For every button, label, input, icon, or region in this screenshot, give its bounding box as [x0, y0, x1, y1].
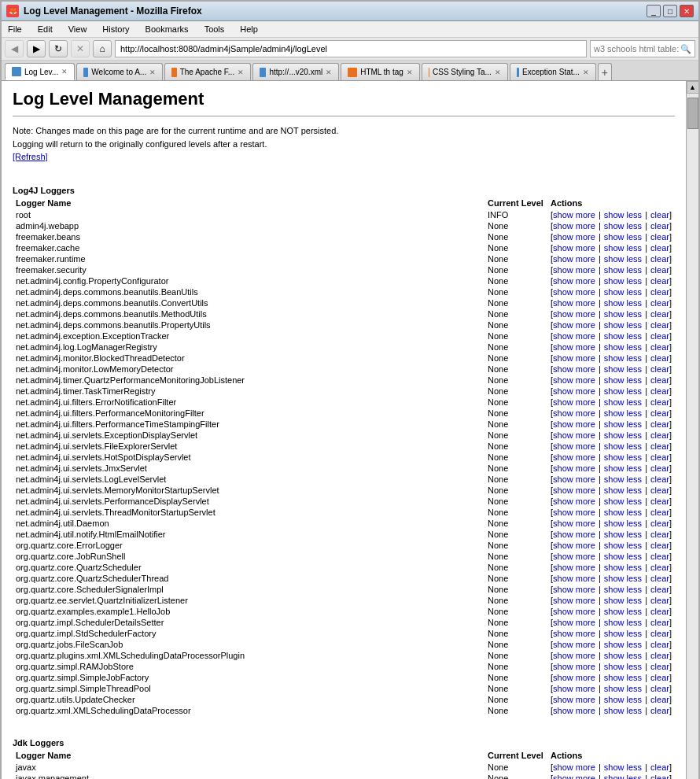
address-bar[interactable] [115, 40, 587, 57]
jdk-clear-link[interactable]: clear [650, 773, 669, 780]
show-less-link[interactable]: show less [604, 474, 642, 484]
home-button[interactable]: ⌂ [93, 40, 112, 57]
tab-3[interactable]: http://...v20.xml ✕ [252, 63, 339, 80]
show-less-link[interactable]: show less [604, 408, 642, 418]
show-more-link[interactable]: show more [553, 695, 595, 704]
show-less-link[interactable]: show less [604, 651, 642, 660]
show-more-link[interactable]: show more [553, 463, 595, 473]
show-less-link[interactable]: show less [604, 265, 642, 275]
show-more-link[interactable]: show more [553, 640, 595, 649]
clear-link[interactable]: clear [650, 276, 669, 286]
show-less-link[interactable]: show less [604, 243, 642, 253]
clear-link[interactable]: clear [650, 662, 669, 671]
forward-button[interactable]: ▶ [27, 40, 46, 57]
show-more-link[interactable]: show more [553, 497, 595, 506]
show-less-link[interactable]: show less [604, 662, 642, 671]
show-more-link[interactable]: show more [553, 541, 595, 550]
clear-link[interactable]: clear [650, 210, 669, 220]
show-less-link[interactable]: show less [604, 508, 642, 517]
show-more-link[interactable]: show more [553, 552, 595, 561]
show-more-link[interactable]: show more [553, 309, 595, 319]
clear-link[interactable]: clear [650, 254, 669, 264]
show-more-link[interactable]: show more [553, 375, 595, 385]
clear-link[interactable]: clear [650, 441, 669, 451]
show-more-link[interactable]: show more [553, 276, 595, 286]
show-less-link[interactable]: show less [604, 375, 642, 385]
search-input[interactable] [594, 44, 680, 54]
show-more-link[interactable]: show more [553, 585, 595, 594]
clear-link[interactable]: clear [650, 364, 669, 374]
show-more-link[interactable]: show more [553, 452, 595, 462]
show-more-link[interactable]: show more [553, 574, 595, 583]
clear-link[interactable]: clear [650, 651, 669, 660]
close-button[interactable]: ✕ [680, 5, 694, 17]
show-less-link[interactable]: show less [604, 254, 642, 264]
clear-link[interactable]: clear [650, 618, 669, 627]
show-less-link[interactable]: show less [604, 552, 642, 561]
show-more-link[interactable]: show more [553, 629, 595, 638]
show-more-link[interactable]: show more [553, 298, 595, 308]
show-more-link[interactable]: show more [553, 563, 595, 572]
jdk-clear-link[interactable]: clear [650, 762, 669, 772]
show-more-link[interactable]: show more [553, 673, 595, 682]
show-less-link[interactable]: show less [604, 232, 642, 242]
clear-link[interactable]: clear [650, 287, 669, 297]
clear-link[interactable]: clear [650, 574, 669, 583]
tab-6[interactable]: Exception Stat... ✕ [510, 63, 596, 80]
clear-link[interactable]: clear [650, 221, 669, 231]
clear-link[interactable]: clear [650, 508, 669, 517]
show-less-link[interactable]: show less [604, 618, 642, 627]
show-less-link[interactable]: show less [604, 441, 642, 451]
clear-link[interactable]: clear [650, 607, 669, 616]
show-less-link[interactable]: show less [604, 430, 642, 440]
show-more-link[interactable]: show more [553, 232, 595, 242]
show-less-link[interactable]: show less [604, 386, 642, 396]
show-less-link[interactable]: show less [604, 342, 642, 352]
menu-edit[interactable]: Edit [35, 23, 56, 35]
jdk-show-more-link[interactable]: show more [553, 762, 595, 772]
clear-link[interactable]: clear [650, 673, 669, 682]
clear-link[interactable]: clear [650, 397, 669, 407]
show-less-link[interactable]: show less [604, 684, 642, 693]
show-more-link[interactable]: show more [553, 651, 595, 660]
show-more-link[interactable]: show more [553, 474, 595, 484]
tab-4[interactable]: HTML th tag ✕ [341, 63, 420, 80]
clear-link[interactable]: clear [650, 585, 669, 594]
show-less-link[interactable]: show less [604, 331, 642, 341]
show-more-link[interactable]: show more [553, 397, 595, 407]
show-more-link[interactable]: show more [553, 441, 595, 451]
show-less-link[interactable]: show less [604, 485, 642, 495]
clear-link[interactable]: clear [650, 353, 669, 363]
search-icon[interactable]: 🔍 [680, 44, 691, 54]
maximize-button[interactable]: □ [663, 5, 677, 17]
tab-close-0[interactable]: ✕ [61, 68, 68, 76]
show-less-link[interactable]: show less [604, 276, 642, 286]
scroll-up-button[interactable]: ▲ [687, 81, 699, 94]
clear-link[interactable]: clear [650, 497, 669, 506]
tab-1[interactable]: Welcome to A... ✕ [76, 63, 163, 80]
clear-link[interactable]: clear [650, 684, 669, 693]
clear-link[interactable]: clear [650, 474, 669, 484]
clear-link[interactable]: clear [650, 375, 669, 385]
clear-link[interactable]: clear [650, 485, 669, 495]
menu-help[interactable]: Help [237, 23, 261, 35]
show-less-link[interactable]: show less [604, 706, 642, 715]
tab-close-1[interactable]: ✕ [149, 68, 156, 76]
clear-link[interactable]: clear [650, 408, 669, 418]
clear-link[interactable]: clear [650, 706, 669, 715]
tab-close-6[interactable]: ✕ [583, 68, 589, 76]
tab-0[interactable]: Log Lev... ✕ [5, 63, 75, 80]
show-less-link[interactable]: show less [604, 585, 642, 594]
show-less-link[interactable]: show less [604, 353, 642, 363]
show-less-link[interactable]: show less [604, 596, 642, 605]
show-less-link[interactable]: show less [604, 574, 642, 583]
show-less-link[interactable]: show less [604, 397, 642, 407]
tab-close-2[interactable]: ✕ [238, 68, 244, 76]
refresh-link[interactable]: [Refresh] [13, 152, 48, 161]
clear-link[interactable]: clear [650, 640, 669, 649]
show-less-link[interactable]: show less [604, 497, 642, 506]
show-more-link[interactable]: show more [553, 408, 595, 418]
stop-button[interactable]: ✕ [71, 40, 90, 57]
show-less-link[interactable]: show less [604, 673, 642, 682]
show-less-link[interactable]: show less [604, 640, 642, 649]
